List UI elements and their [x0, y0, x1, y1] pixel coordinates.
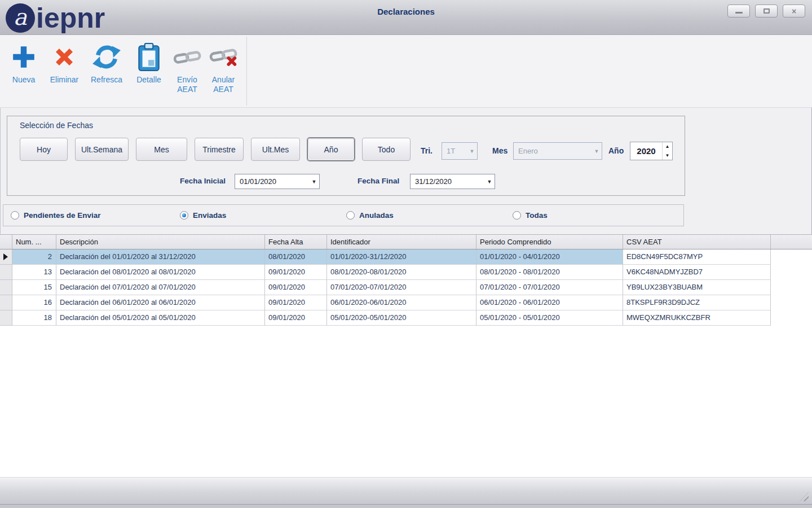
cell-identificador: 07/01/2020-07/01/2020: [327, 280, 476, 295]
cell-periodo: 06/01/2020 - 06/01/2020: [476, 295, 623, 310]
cell-descripcion: Declaración del 06/01/2020 al 06/01/2020: [56, 295, 265, 310]
anio-button[interactable]: Año: [307, 138, 355, 161]
maximize-button[interactable]: [755, 5, 778, 17]
resize-grip[interactable]: [800, 492, 809, 501]
cell-periodo: 08/01/2020 - 08/01/2020: [476, 265, 623, 280]
chain-link-icon: [173, 41, 202, 73]
window-title: Declaraciones: [0, 7, 812, 16]
chevron-down-icon: ▼: [592, 148, 602, 154]
date-selection-title: Selección de Fechas: [20, 121, 93, 130]
plus-icon: [11, 41, 37, 73]
cell-num: 2: [12, 249, 56, 265]
radio-enviadas[interactable]: Enviadas: [180, 205, 226, 226]
cell-descripcion: Declaración del 05/01/2020 al 05/01/2020: [56, 310, 265, 326]
eliminar-label: Eliminar: [50, 75, 79, 85]
todo-button[interactable]: Todo: [362, 138, 411, 161]
cell-num: 13: [12, 265, 56, 280]
window-controls: ×: [727, 5, 805, 17]
trimestre-button[interactable]: Trimestre: [195, 138, 244, 161]
window-bottom-edge: [0, 504, 812, 508]
detalle-button[interactable]: Detalle: [129, 40, 169, 86]
cell-filler: [771, 280, 812, 295]
nueva-button[interactable]: Nueva: [3, 40, 44, 86]
radio-todas[interactable]: Todas: [513, 205, 548, 226]
hoy-button[interactable]: Hoy: [20, 138, 68, 161]
app-window: a iepnr Declaraciones × Nueva Eliminar: [0, 0, 812, 508]
close-button[interactable]: ×: [783, 5, 805, 17]
filter-panel: Pendientes de Enviar Enviadas Anuladas T…: [3, 204, 684, 226]
header-descripcion[interactable]: Descripción: [56, 235, 265, 249]
date-selection-group: Selección de Fechas Hoy Ult.Semana Mes T…: [7, 116, 685, 196]
mes-select[interactable]: Enero ▼: [513, 142, 602, 160]
header-csv-aeat[interactable]: CSV AEAT: [623, 235, 771, 249]
chevron-down-icon: ▼: [309, 179, 319, 185]
cell-csv: 8TKSPLF9R3D9DJCZ: [623, 295, 771, 310]
radio-pendientes[interactable]: Pendientes de Enviar: [11, 205, 101, 226]
header-fecha-alta[interactable]: Fecha Alta: [265, 235, 327, 249]
table-row[interactable]: 18 Declaración del 05/01/2020 al 05/01/2…: [0, 310, 812, 326]
header-num[interactable]: Num. ...: [12, 235, 56, 249]
anular-aeat-button[interactable]: Anular AEAT: [205, 40, 241, 95]
refresca-label: Refresca: [91, 75, 122, 85]
row-selector-cell: [0, 280, 12, 295]
header-periodo[interactable]: Periodo Comprendido: [476, 235, 623, 249]
maximize-icon: [764, 8, 770, 14]
cell-descripcion: Declaración del 08/01/2020 al 08/01/2020: [56, 265, 265, 280]
cell-filler: [771, 310, 812, 326]
cell-identificador: 05/01/2020-05/01/2020: [327, 310, 476, 326]
table-row[interactable]: 2 Declaración del 01/01/2020 al 31/12/20…: [0, 249, 812, 265]
header-filler: [771, 235, 812, 249]
minimize-button[interactable]: [727, 5, 750, 17]
eliminar-button[interactable]: Eliminar: [44, 40, 85, 86]
cell-fecha-alta: 09/01/2020: [265, 265, 327, 280]
titlebar: a iepnr Declaraciones ×: [0, 0, 812, 35]
row-selector-cell: [0, 295, 12, 310]
fecha-inicial-label: Fecha Inicial: [180, 177, 226, 185]
row-selector-cell: [0, 265, 12, 280]
row-pointer-icon: [3, 253, 8, 260]
cell-fecha-alta: 08/01/2020: [265, 249, 327, 265]
ult-semana-button[interactable]: Ult.Semana: [75, 138, 129, 161]
minimize-icon: [735, 12, 743, 14]
fecha-final-select[interactable]: 31/12/2020 ▼: [410, 174, 495, 189]
fecha-final-label: Fecha Final: [358, 177, 399, 185]
cell-filler: [771, 295, 812, 310]
cell-periodo: 07/01/2020 - 07/01/2020: [476, 280, 623, 295]
close-icon: ×: [792, 7, 796, 15]
refresca-button[interactable]: Refresca: [85, 40, 129, 86]
envio-aeat-button[interactable]: Envío AEAT: [169, 40, 205, 95]
ult-mes-button[interactable]: Ult.Mes: [251, 138, 300, 161]
header-row-selector: [0, 235, 12, 249]
radio-icon: [11, 211, 19, 220]
cell-descripcion: Declaración del 07/01/2020 al 07/01/2020: [56, 280, 265, 295]
cell-identificador: 06/01/2020-06/01/2020: [327, 295, 476, 310]
cell-csv: ED8CN49F5DC87MYP: [623, 249, 771, 265]
quick-date-buttons: Hoy Ult.Semana Mes Trimestre Ult.Mes Año…: [20, 138, 411, 161]
cell-csv: YB9LUX23BY3BUABM: [623, 280, 771, 295]
radio-anuladas[interactable]: Anuladas: [346, 205, 394, 226]
cell-csv: MWEQXZMRUKKCZBFR: [623, 310, 771, 326]
fecha-inicial-select[interactable]: 01/01/2020 ▼: [235, 174, 320, 189]
nueva-label: Nueva: [12, 75, 35, 85]
fecha-inicial-value: 01/01/2020: [235, 177, 309, 186]
cell-num: 18: [12, 310, 56, 326]
spin-up-icon[interactable]: ▲: [663, 142, 672, 151]
cell-csv: V6KC48NADMYJZBD7: [623, 265, 771, 280]
chevron-down-icon: ▼: [467, 148, 477, 154]
status-bar: [0, 477, 812, 504]
tri-select[interactable]: 1T ▼: [442, 142, 478, 160]
anio-stepper[interactable]: 2020 ▲ ▼: [630, 142, 673, 160]
cell-filler: [771, 265, 812, 280]
table-row[interactable]: 15 Declaración del 07/01/2020 al 07/01/2…: [0, 280, 812, 295]
header-identificador[interactable]: Identificador: [327, 235, 476, 249]
table-row[interactable]: 16 Declaración del 06/01/2020 al 06/01/2…: [0, 295, 812, 310]
toolbar-separator: [246, 37, 247, 106]
chevron-down-icon: ▼: [484, 179, 495, 185]
spin-down-icon[interactable]: ▼: [663, 151, 672, 160]
detalle-label: Detalle: [136, 75, 161, 85]
declaraciones-table: Num. ... Descripción Fecha Alta Identifi…: [0, 234, 812, 477]
cell-periodo: 05/01/2020 - 05/01/2020: [476, 310, 623, 326]
mes-button[interactable]: Mes: [136, 138, 187, 161]
table-row[interactable]: 13 Declaración del 08/01/2020 al 08/01/2…: [0, 265, 812, 280]
anular-aeat-label: Anular AEAT: [206, 75, 240, 94]
